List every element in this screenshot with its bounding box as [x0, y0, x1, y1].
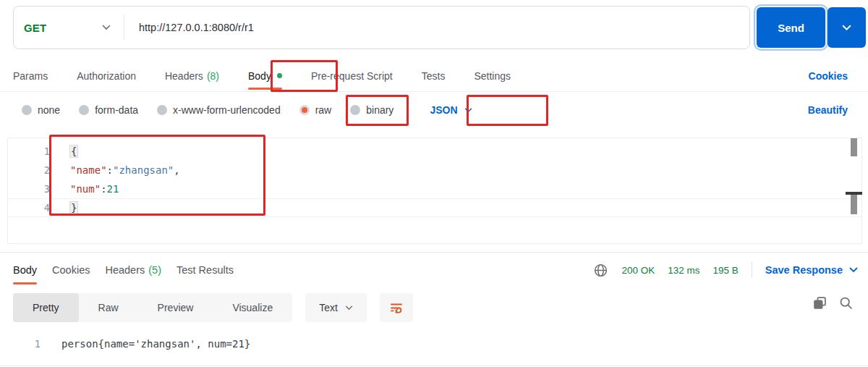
status-code: 200 OK	[621, 265, 655, 276]
chevron-down-icon	[842, 25, 851, 31]
response-status-bar: 200 OK 132 ms 195 B Save Response	[593, 255, 858, 285]
radio-icon	[157, 105, 167, 115]
brace-open: {	[70, 145, 77, 157]
tab-tests[interactable]: Tests	[422, 59, 446, 92]
view-raw[interactable]: Raw	[79, 293, 138, 322]
url-divider	[124, 14, 124, 41]
radio-icon	[79, 105, 89, 115]
response-tab-test-results[interactable]: Test Results	[176, 255, 234, 285]
editor-scrollbar-thumb[interactable]	[851, 195, 857, 214]
body-mode-row: none form-data x-www-form-urlencoded raw…	[22, 94, 472, 126]
method-label: GET	[24, 22, 46, 34]
chevron-down-icon	[102, 25, 111, 30]
request-tabs-row: Params Authorization Headers(8) Body Pre…	[0, 59, 868, 92]
response-body-text: person{name='zhangsan', num=21}	[41, 338, 250, 350]
editor-scrollbar-thumb[interactable]	[851, 138, 857, 156]
line-number: 2	[8, 164, 50, 176]
editor-line: 3 "num":21	[8, 180, 861, 198]
postman-request-view: GET http://127.0.0.1:8080/r/r1 Send Para…	[0, 0, 868, 367]
network-info-button[interactable]	[593, 263, 608, 278]
response-separator	[0, 252, 868, 253]
editor-line: 1 {	[8, 142, 861, 161]
response-body: 1 person{name='zhangsan', num=21}	[0, 334, 868, 353]
line-number: 1	[0, 338, 41, 350]
radio-icon	[22, 105, 32, 115]
method-select[interactable]: GET	[14, 7, 124, 48]
bottom-border	[0, 366, 868, 366]
search-button[interactable]	[838, 295, 854, 311]
response-view-switcher: Pretty Raw Preview Visualize	[13, 293, 292, 322]
response-tab-cookies[interactable]: Cookies	[52, 255, 90, 285]
radio-selected-icon	[299, 105, 310, 115]
view-visualize[interactable]: Visualize	[213, 293, 292, 322]
mode-binary[interactable]: binary	[350, 104, 393, 116]
annotation-box-json-select	[467, 95, 548, 126]
tab-authorization[interactable]: Authorization	[77, 59, 136, 92]
line-number: 1	[8, 145, 50, 157]
editor-line-active: 4 }	[8, 198, 861, 217]
brace-close: }	[70, 202, 77, 214]
response-headers-count: (5)	[148, 264, 161, 276]
response-size: 195 B	[713, 265, 739, 276]
chevron-down-icon	[849, 267, 858, 273]
cookies-link[interactable]: Cookies	[809, 59, 848, 92]
line-number: 3	[8, 183, 50, 195]
mode-raw[interactable]: raw	[299, 104, 332, 116]
response-actions	[812, 295, 854, 311]
body-modified-dot	[277, 73, 282, 78]
line-number: 4	[8, 202, 50, 214]
url-bar: GET http://127.0.0.1:8080/r/r1	[13, 6, 750, 49]
mode-none[interactable]: none	[22, 104, 60, 116]
wrap-text-button[interactable]	[380, 293, 413, 322]
radio-icon	[350, 105, 360, 115]
response-tabs: Body Cookies Headers(5) Test Results	[13, 255, 234, 285]
request-body-editor[interactable]: 1 { 2 "name":"zhangsan", 3 "num":21 4 }	[7, 138, 862, 244]
search-icon	[838, 295, 854, 311]
headers-count: (8)	[207, 70, 219, 82]
mode-form-data[interactable]: form-data	[79, 104, 138, 116]
editor-line: 2 "name":"zhangsan",	[8, 161, 861, 180]
status-divider	[752, 262, 752, 278]
view-pretty[interactable]: Pretty	[13, 293, 79, 322]
send-options-button[interactable]	[827, 7, 866, 48]
response-time: 132 ms	[668, 265, 699, 276]
format-select[interactable]: JSON	[430, 104, 472, 116]
tab-settings[interactable]: Settings	[474, 59, 511, 92]
tab-headers[interactable]: Headers(8)	[165, 59, 219, 92]
send-button[interactable]: Send	[757, 7, 825, 48]
tab-body[interactable]: Body	[248, 59, 282, 92]
text-wrap-icon	[389, 300, 404, 315]
globe-icon	[593, 263, 608, 278]
mode-x-www-form-urlencoded[interactable]: x-www-form-urlencoded	[157, 104, 281, 116]
copy-button[interactable]	[812, 295, 827, 311]
chevron-down-icon	[464, 108, 472, 113]
url-input[interactable]: http://127.0.0.1:8080/r/r1	[139, 22, 254, 33]
copy-icon	[812, 295, 827, 311]
beautify-link[interactable]: Beautify	[808, 94, 848, 126]
response-tab-headers[interactable]: Headers(5)	[105, 255, 161, 285]
request-tabs: Params Authorization Headers(8) Body Pre…	[13, 59, 511, 92]
response-tab-body[interactable]: Body	[13, 255, 37, 285]
response-language-select[interactable]: Text	[305, 293, 367, 322]
response-toolbar: Pretty Raw Preview Visualize Text	[13, 293, 413, 322]
save-response-button[interactable]: Save Response	[765, 264, 858, 276]
view-preview[interactable]: Preview	[138, 293, 213, 322]
tab-pre-request-script[interactable]: Pre-request Script	[311, 59, 393, 92]
tab-params[interactable]: Params	[13, 59, 48, 92]
chevron-down-icon	[345, 305, 353, 311]
